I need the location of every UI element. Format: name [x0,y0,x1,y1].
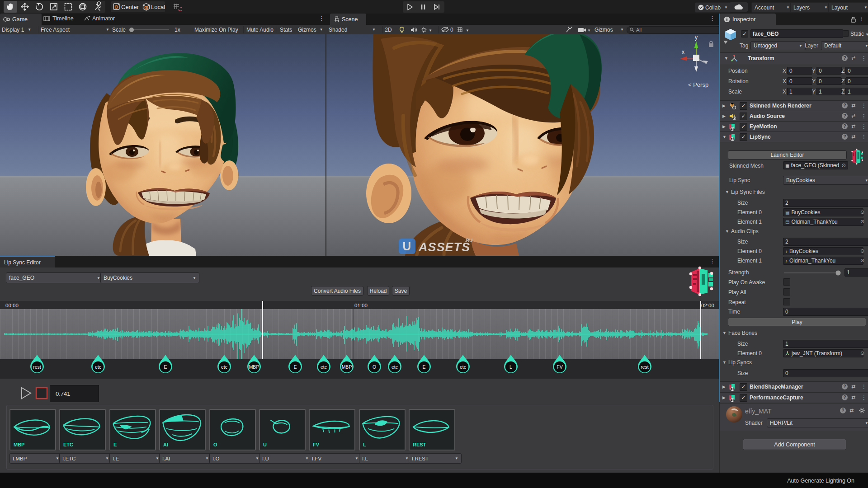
svg-text:etc: etc [460,364,466,370]
svg-text:U: U [403,239,411,253]
svg-text:▼: ▼ [466,28,469,33]
svg-text:.RU: .RU [465,238,472,243]
svg-text:rest: rest [33,364,41,370]
svg-text:etc: etc [392,364,398,370]
svg-text:L: L [509,364,512,370]
svg-text:E: E [422,364,425,370]
svg-text:MBP: MBP [342,364,352,370]
svg-text:O: O [373,364,376,370]
svg-text:x: x [682,49,684,55]
svg-text:▼: ▼ [429,28,432,33]
svg-text:E: E [293,364,297,370]
svg-text:ASSETS: ASSETS [418,240,470,254]
svg-text:< Persp: < Persp [688,81,708,88]
svg-text:rest: rest [641,364,649,370]
svg-text:etc: etc [221,364,227,370]
svg-text:y: y [695,34,698,41]
svg-text:FV: FV [557,364,562,370]
svg-text:MBP: MBP [249,364,259,370]
svg-text:E: E [164,364,167,370]
svg-text:etc: etc [95,364,101,370]
svg-text:▼: ▼ [587,28,591,33]
svg-text:etc: etc [321,364,327,370]
